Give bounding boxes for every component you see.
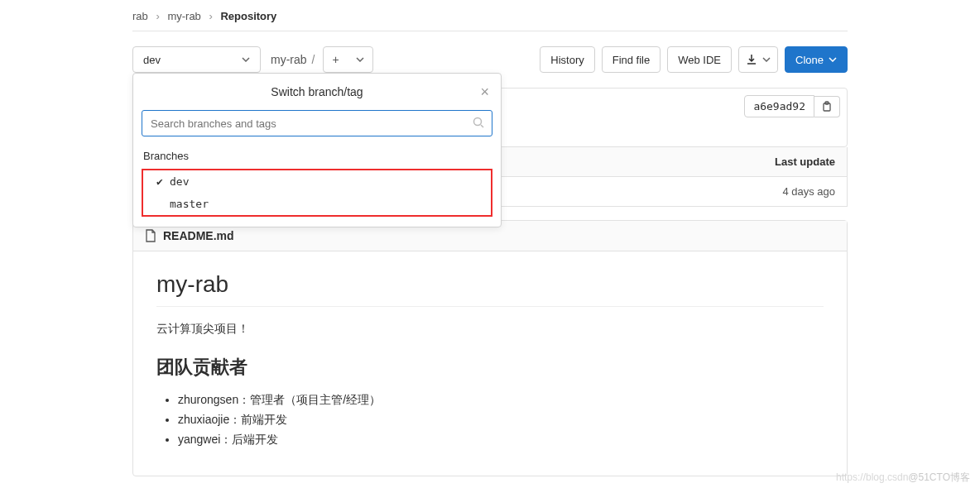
clipboard-icon	[821, 101, 833, 112]
list-item: zhurongsen：管理者（项目主管/经理）	[178, 393, 824, 408]
copy-sha-button[interactable]	[814, 96, 840, 117]
contributors-list: zhurongsen：管理者（项目主管/经理） zhuxiaojie：前端开发 …	[156, 393, 824, 447]
contributors-heading: 团队贡献者	[156, 355, 824, 380]
readme-tagline: 云计算顶尖项目！	[156, 322, 824, 337]
breadcrumb-root[interactable]: rab	[132, 10, 148, 22]
breadcrumb: rab › my-rab › Repository	[132, 0, 848, 31]
close-icon[interactable]: ×	[480, 84, 489, 101]
branch-item-label: dev	[170, 175, 189, 188]
branch-item-dev[interactable]: ✔ dev	[143, 170, 491, 193]
divider	[156, 306, 824, 307]
svg-point-0	[474, 118, 482, 126]
branch-search-wrap	[142, 110, 492, 136]
download-icon	[746, 54, 757, 65]
find-file-button[interactable]: Find file	[602, 46, 661, 73]
branch-dropdown-panel: Switch branch/tag × Branches ✔ dev maste…	[132, 73, 502, 227]
row-last-update: 4 days ago	[782, 185, 835, 198]
dropdown-title: Switch branch/tag ×	[133, 74, 501, 110]
col-last-update: Last update	[775, 155, 835, 168]
dropdown-title-text: Switch branch/tag	[271, 85, 363, 98]
readme-panel: README.md my-rab 云计算顶尖项目！ 团队贡献者 zhurongs…	[132, 220, 848, 476]
readme-filename: README.md	[163, 229, 234, 242]
readme-title: my-rab	[156, 271, 824, 298]
project-name[interactable]: my-rab	[271, 53, 307, 66]
branch-list: ✔ dev master	[142, 169, 492, 217]
chevron-down-icon	[829, 57, 837, 62]
add-dropdown[interactable]: +	[323, 46, 372, 73]
history-button[interactable]: History	[540, 46, 594, 73]
chevron-down-icon	[762, 57, 771, 62]
branch-selector-label: dev	[143, 54, 161, 66]
search-icon	[473, 117, 484, 128]
breadcrumb-current: Repository	[220, 10, 276, 22]
chevron-right-icon: ›	[209, 10, 212, 22]
branch-item-master[interactable]: master	[143, 193, 491, 215]
path-separator: /	[312, 53, 315, 66]
path-breadcrumb: my-rab /	[271, 53, 319, 66]
chevron-down-icon	[348, 57, 372, 62]
repo-toolbar: dev my-rab / + History Find file Web IDE	[132, 31, 848, 88]
branch-selector[interactable]: dev	[132, 46, 261, 73]
commit-sha[interactable]: a6e9ad92	[744, 95, 814, 117]
search-input[interactable]	[142, 110, 492, 136]
web-ide-button[interactable]: Web IDE	[667, 46, 732, 73]
branch-item-label: master	[170, 198, 209, 210]
list-item: zhuxiaojie：前端开发	[178, 413, 824, 428]
watermark: https://blog.csdn@51CTO博客	[836, 471, 970, 476]
download-dropdown[interactable]	[738, 46, 778, 73]
check-icon: ✔	[150, 175, 170, 188]
breadcrumb-project[interactable]: my-rab	[167, 10, 200, 22]
chevron-down-icon	[242, 57, 250, 62]
readme-content: my-rab 云计算顶尖项目！ 团队贡献者 zhurongsen：管理者（项目主…	[133, 251, 847, 476]
list-item: yangwei：后端开发	[178, 433, 824, 447]
chevron-right-icon: ›	[156, 10, 159, 22]
plus-icon: +	[324, 53, 347, 66]
clone-label: Clone	[795, 54, 824, 66]
clone-button[interactable]: Clone	[785, 46, 848, 73]
branches-section-label: Branches	[133, 145, 501, 167]
document-icon	[145, 229, 156, 242]
